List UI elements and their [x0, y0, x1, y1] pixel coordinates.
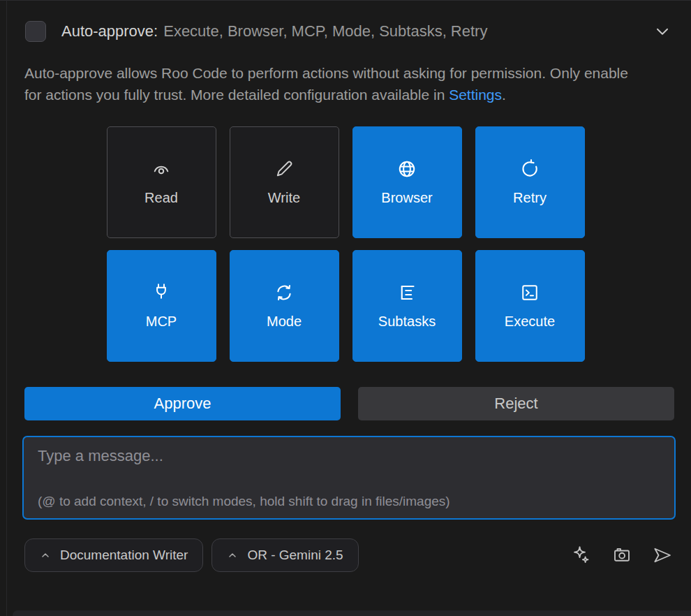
approve-button[interactable]: Approve: [24, 387, 341, 420]
toggle-label: Subtasks: [378, 314, 436, 330]
toggle-label: Retry: [513, 190, 547, 206]
chevron-down-icon[interactable]: [651, 20, 674, 43]
toggle-write[interactable]: Write: [230, 126, 339, 238]
mode-selector[interactable]: Documentation Writer: [24, 538, 203, 572]
send-icon[interactable]: [651, 543, 674, 567]
settings-link[interactable]: Settings: [449, 87, 502, 103]
pencil-icon: [274, 159, 295, 179]
plug-icon: [151, 282, 172, 303]
toggle-label: Read: [144, 190, 178, 206]
sync-icon: [274, 282, 295, 303]
auto-approve-title: Auto-approve:: [61, 22, 158, 41]
terminal-icon: [519, 282, 540, 303]
model-selector[interactable]: OR - Gemini 2.5: [211, 538, 358, 572]
toggle-label: MCP: [146, 314, 177, 330]
auto-approve-header[interactable]: Auto-approve: Execute, Browser, MCP, Mod…: [25, 20, 674, 43]
toggle-label: Write: [268, 190, 300, 206]
toggle-retry[interactable]: Retry: [475, 126, 585, 238]
toggle-subtasks[interactable]: Subtasks: [352, 250, 462, 362]
auto-approve-summary: Execute, Browser, MCP, Mode, Subtasks, R…: [163, 22, 487, 41]
next-section-edge: [13, 610, 691, 616]
action-row: Approve Reject: [24, 387, 674, 420]
description-period: .: [502, 87, 506, 103]
toggle-label: Browser: [381, 190, 432, 206]
toggle-label: Mode: [267, 314, 302, 330]
description-text: Auto-approve allows Roo Code to perform …: [24, 65, 628, 103]
list-tree-icon: [396, 282, 417, 303]
toggle-read[interactable]: Read: [107, 126, 216, 238]
caret-up-icon: [40, 550, 51, 561]
auto-approve-description: Auto-approve allows Roo Code to perform …: [24, 62, 647, 105]
composer-footer: Documentation Writer OR - Gemini 2.5: [24, 538, 674, 572]
message-composer[interactable]: (@ to add context, / to switch modes, ho…: [22, 436, 676, 520]
auto-approve-toggle-grid: ReadWriteBrowserRetryMCPModeSubtasksExec…: [0, 126, 691, 362]
auto-approve-checkbox[interactable]: [25, 21, 46, 42]
camera-icon[interactable]: [610, 543, 634, 567]
panel-left-border: [6, 0, 7, 616]
composer-hint: (@ to add context, / to switch modes, ho…: [24, 494, 674, 518]
toggle-mcp[interactable]: MCP: [107, 250, 216, 362]
model-selector-label: OR - Gemini 2.5: [247, 548, 343, 563]
toggle-label: Execute: [505, 314, 555, 330]
eye-icon: [151, 159, 172, 179]
reject-button[interactable]: Reject: [358, 387, 674, 420]
panel-top-border: [0, 0, 691, 1]
sparkle-icon[interactable]: [570, 543, 593, 567]
caret-up-icon: [227, 550, 238, 561]
message-input[interactable]: [24, 437, 674, 494]
globe-icon: [396, 159, 417, 179]
toggle-execute[interactable]: Execute: [475, 250, 585, 362]
mode-selector-label: Documentation Writer: [60, 548, 188, 563]
toggle-browser[interactable]: Browser: [352, 126, 462, 238]
toggle-mode[interactable]: Mode: [230, 250, 339, 362]
retry-icon: [519, 159, 540, 179]
footer-icons: [570, 543, 674, 567]
